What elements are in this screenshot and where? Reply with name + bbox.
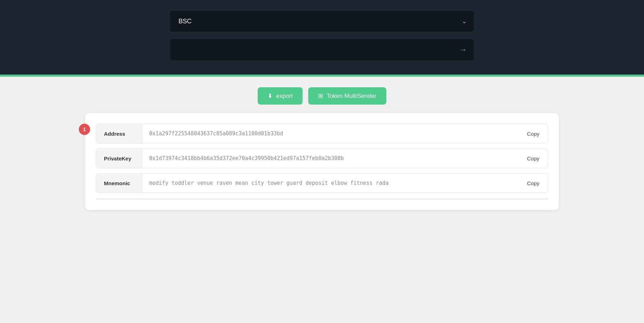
mnemonic-copy-button[interactable]: Copy	[519, 174, 548, 193]
privatekey-label: PrivateKey	[96, 149, 142, 168]
address-value: 0x1a297f225548043637c85a089c3a1100d01b33…	[142, 124, 519, 143]
count-input-container: 5 →	[170, 39, 474, 60]
network-select[interactable]: BSCETHPolygonAvalanche	[170, 11, 474, 32]
address-row: Address 0x1a297f225548043637c85a089c3a11…	[96, 124, 548, 143]
multisender-label: Token MultiSender	[327, 93, 376, 100]
submit-arrow-button[interactable]: →	[459, 45, 467, 54]
address-copy-button[interactable]: Copy	[519, 124, 548, 143]
export-button[interactable]: export	[258, 87, 303, 105]
wallet-card: 1 Address 0x1a297f225548043637c85a089c3a…	[85, 113, 559, 210]
bottom-section: export Token MultiSender 1 Address 0x1a2…	[0, 77, 644, 221]
multisender-icon	[318, 92, 323, 100]
address-label: Address	[96, 124, 142, 143]
network-select-container: BSCETHPolygonAvalanche ⌄	[170, 11, 474, 32]
mnemonic-row: Mnemonic modify toddler venue raven mean…	[96, 173, 548, 193]
privatekey-copy-button[interactable]: Copy	[519, 149, 548, 168]
action-buttons-row: export Token MultiSender	[258, 87, 386, 105]
privatekey-row: PrivateKey 0x1d73974c3418bb4b6a35d372ee7…	[96, 148, 548, 168]
export-label: export	[276, 93, 293, 100]
count-input[interactable]: 5	[170, 39, 474, 60]
card-bottom-divider	[96, 199, 548, 199]
multisender-button[interactable]: Token MultiSender	[308, 87, 386, 105]
mnemonic-value: modify toddler venue raven mean city tow…	[142, 174, 519, 193]
wallet-index-badge: 1	[79, 124, 90, 135]
mnemonic-label: Mnemonic	[96, 174, 142, 193]
export-icon	[268, 92, 273, 100]
privatekey-value: 0x1d73974c3418bb4b6a35d372ee70a4c39950b4…	[142, 149, 519, 168]
top-section: BSCETHPolygonAvalanche ⌄ 5 →	[0, 0, 644, 75]
